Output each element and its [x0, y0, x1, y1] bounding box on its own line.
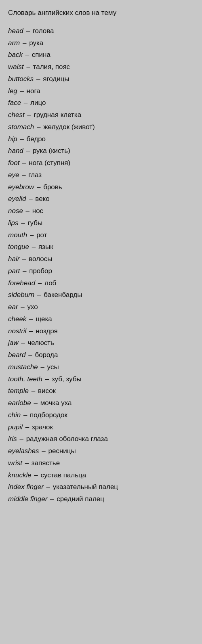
english-word: middle finger [8, 495, 47, 503]
english-word: waist [8, 63, 24, 71]
separator: – [21, 411, 29, 419]
russian-translation: лицо [30, 99, 46, 107]
list-item: stomach – желудок (живот) [8, 121, 194, 133]
english-word: cheek [8, 315, 26, 323]
russian-translation: висок [38, 387, 56, 395]
list-item: lips – губы [8, 217, 194, 229]
russian-translation: зрачок [32, 423, 53, 431]
english-word: mouth [8, 231, 27, 239]
separator: – [19, 219, 27, 227]
russian-translation: нога (ступня) [29, 159, 70, 167]
english-word: tooth, teeth [8, 375, 42, 383]
russian-translation: ухо [27, 303, 38, 311]
separator: – [24, 147, 32, 155]
english-word: eyelashes [8, 447, 39, 455]
separator: – [43, 375, 51, 383]
russian-translation: усы [47, 363, 59, 371]
russian-translation: нос [32, 207, 43, 215]
separator: – [34, 75, 42, 83]
english-word: tongue [8, 243, 29, 251]
list-item: nose – нос [8, 205, 194, 217]
separator: – [27, 195, 34, 203]
english-word: nostril [8, 327, 26, 335]
list-item: wrist – запястье [8, 457, 194, 469]
english-word: forehead [8, 279, 35, 287]
list-item: middle finger – средний палец [8, 493, 194, 505]
english-word: hip [8, 135, 17, 143]
list-item: pupil – зрачок [8, 421, 194, 433]
russian-translation: подбородок [30, 411, 67, 419]
russian-translation: губы [27, 219, 42, 227]
russian-translation: грудная клетка [34, 111, 82, 119]
separator: – [21, 39, 28, 47]
list-item: tongue – язык [8, 241, 194, 253]
english-word: sideburn [8, 291, 34, 299]
russian-translation: челюсть [27, 339, 54, 347]
russian-translation: рука (кисть) [33, 147, 70, 155]
list-item: knuckle – сустав пальца [8, 469, 194, 481]
list-item: iris – радужная оболочка глаза [8, 433, 194, 445]
russian-translation: ресницы [48, 447, 76, 455]
english-word: ear [8, 303, 18, 311]
english-word: chest [8, 111, 25, 119]
list-item: jaw – челюсть [8, 337, 194, 349]
english-word: iris [8, 435, 17, 443]
list-item: head – голова [8, 25, 194, 37]
separator: – [23, 51, 31, 59]
separator: – [48, 495, 56, 503]
separator: – [23, 423, 31, 431]
list-item: earlobe – мочка уха [8, 397, 194, 409]
russian-translation: щека [36, 315, 52, 323]
russian-translation: лоб [44, 279, 56, 287]
russian-translation: указательный палец [53, 483, 118, 491]
english-word: mustache [8, 363, 38, 371]
list-item: mouth – рот [8, 229, 194, 241]
english-word: part [8, 267, 20, 275]
russian-translation: зуб, зубы [52, 375, 82, 383]
list-item: index finger – указательный палец [8, 481, 194, 493]
list-item: hair – волосы [8, 253, 194, 265]
list-item: ear – ухо [8, 301, 194, 313]
separator: – [19, 303, 27, 311]
separator: – [27, 327, 35, 335]
separator: – [22, 99, 29, 107]
separator: – [25, 63, 32, 71]
english-word: hair [8, 255, 19, 263]
russian-translation: ноздря [36, 327, 57, 335]
list-item: forehead – лоб [8, 277, 194, 289]
english-word: buttocks [8, 75, 34, 83]
russian-translation: голова [33, 27, 54, 35]
english-word: eyebrow [8, 183, 34, 191]
separator: – [35, 123, 42, 131]
separator: – [28, 231, 36, 239]
english-word: beard [8, 351, 25, 359]
english-word: arm [8, 39, 20, 47]
list-item: hip – бедро [8, 133, 194, 145]
russian-translation: средний палец [57, 495, 104, 503]
english-word: back [8, 51, 23, 59]
separator: – [24, 207, 32, 215]
russian-translation: радужная оболочка глаза [26, 435, 108, 443]
list-item: mustache – усы [8, 361, 194, 373]
list-item: back – спина [8, 49, 194, 61]
list-item: foot – нога (ступня) [8, 157, 194, 169]
list-item: temple – висок [8, 385, 194, 397]
russian-translation: нога [27, 87, 40, 95]
english-word: head [8, 27, 23, 35]
english-word: face [8, 99, 21, 107]
separator: – [30, 243, 38, 251]
separator: – [24, 27, 32, 35]
separator: – [23, 459, 31, 467]
russian-translation: запястье [32, 459, 60, 467]
separator: – [20, 171, 27, 179]
russian-translation: волосы [29, 255, 52, 263]
page-title: Словарь английских слов на тему [8, 8, 194, 18]
english-word: lips [8, 219, 19, 227]
english-word: leg [8, 87, 17, 95]
list-item: cheek – щека [8, 313, 194, 325]
russian-translation: глаз [28, 171, 42, 179]
separator: – [32, 399, 40, 407]
russian-translation: ягодицы [43, 75, 69, 83]
list-item: waist – талия, пояс [8, 61, 194, 73]
separator: – [25, 111, 33, 119]
